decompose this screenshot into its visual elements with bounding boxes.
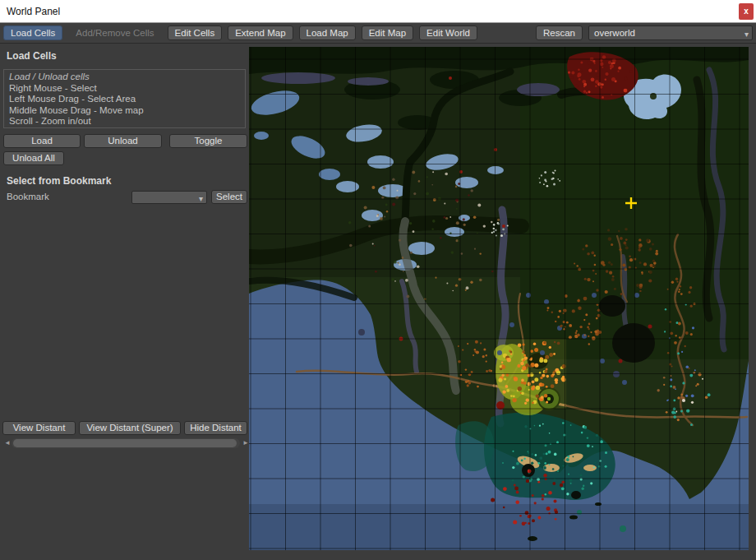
world-dropdown-value: overworld xyxy=(594,28,635,38)
view-distant-super-button[interactable]: View Distant (Super) xyxy=(79,421,181,435)
tab-edit-cells[interactable]: Edit Cells xyxy=(168,25,223,40)
tab-load-cells[interactable]: Load Cells xyxy=(3,25,62,40)
left-panel: Load Cells Load / Unload cells Right Mou… xyxy=(0,44,249,560)
title-bar: World Panel x xyxy=(0,0,756,23)
help-line: Right Mouse - Select xyxy=(9,83,240,95)
scrollbar-track[interactable] xyxy=(12,438,240,448)
help-line: Left Mouse Drag - Select Area xyxy=(9,94,240,105)
unload-all-button[interactable]: Unload All xyxy=(3,151,64,165)
world-map-viewport[interactable] xyxy=(249,47,749,550)
tab-add-remove-cells: Add/Remove Cells xyxy=(68,25,161,40)
help-line: Scroll - Zoom in/out xyxy=(9,116,240,127)
tab-load-map[interactable]: Load Map xyxy=(299,25,356,40)
help-line: Middle Mouse Drag - Move map xyxy=(9,105,240,117)
hide-distant-button[interactable]: Hide Distant xyxy=(184,421,247,435)
load-button[interactable]: Load xyxy=(3,134,81,148)
chevron-down-icon: ▾ xyxy=(744,28,749,41)
horizontal-scrollbar[interactable]: ◄ ► xyxy=(2,437,248,449)
scroll-left-icon[interactable]: ◄ xyxy=(3,439,12,447)
scrollbar-thumb[interactable] xyxy=(13,439,237,447)
toolbar: Load Cells Add/Remove Cells Edit Cells E… xyxy=(0,23,756,44)
bookmark-label: Bookmark xyxy=(7,192,49,201)
close-icon[interactable]: x xyxy=(739,3,754,20)
tab-edit-world[interactable]: Edit World xyxy=(419,25,477,40)
view-distant-button[interactable]: View Distant xyxy=(2,421,76,435)
world-dropdown[interactable]: overworld ▾ xyxy=(588,25,753,40)
bookmark-dropdown[interactable]: ▾ xyxy=(131,191,207,204)
window-title: World Panel xyxy=(7,6,60,17)
bookmark-select-button[interactable]: Select xyxy=(211,190,247,204)
world-map[interactable] xyxy=(249,47,749,550)
tab-extend-map[interactable]: Extend Map xyxy=(228,25,293,40)
section-title-load-cells: Load Cells xyxy=(7,50,57,62)
toggle-button[interactable]: Toggle xyxy=(169,134,247,148)
help-line: Load / Unload cells xyxy=(9,72,240,83)
help-box: Load / Unload cells Right Mouse - Select… xyxy=(3,69,246,128)
unload-button[interactable]: Unload xyxy=(84,134,162,148)
chevron-down-icon: ▾ xyxy=(199,193,203,205)
rescan-button[interactable]: Rescan xyxy=(536,25,583,40)
section-title-bookmark: Select from Bookmark xyxy=(7,175,111,187)
tab-edit-map[interactable]: Edit Map xyxy=(362,25,413,40)
